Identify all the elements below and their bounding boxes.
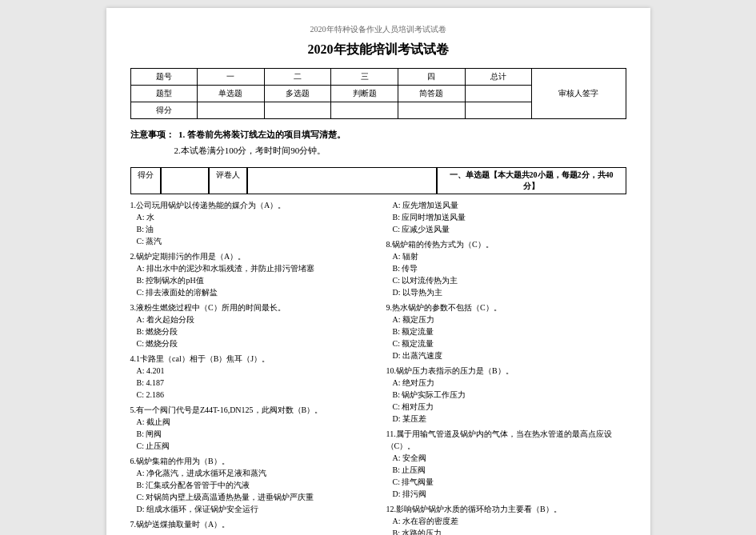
question-9: 9.热水锅炉的参数不包括（C）。 A: 额定压力 B: 额定流量 C: 额定流量… <box>386 301 626 361</box>
left-column: 1.公司玩用锅炉以传递热能的媒介为（A）。 A: 水 B: 油 C: 蒸汽 2.… <box>130 199 370 535</box>
questions-area: 1.公司玩用锅炉以传递热能的媒介为（A）。 A: 水 B: 油 C: 蒸汽 2.… <box>130 199 626 535</box>
doc-header: 2020年特种设备作业人员培训考试试卷 <box>130 24 626 35</box>
score-label: 得分 <box>130 167 161 194</box>
doc-header-title: 2020年特种设备作业人员培训考试试卷 <box>310 25 446 34</box>
notice-section: 注意事项： 1. 答卷前先将装订线左边的项目填写清楚。 2.本试卷满分100分，… <box>130 127 626 159</box>
question-7-right: A: 应先增加送风量 B: 应同时增加送风量 C: 应减少送风量 <box>386 199 626 235</box>
question-8: 8.锅炉箱的传热方式为（C）。 A: 辐射 B: 传导 C: 以对流传热为主 D… <box>386 238 626 298</box>
reviewer-value <box>247 167 437 194</box>
question-12: 12.影响锅炉锅炉水质的循环给功力主要看（B）。 A: 水在容的密度差 B: 水… <box>386 503 626 535</box>
right-column: A: 应先增加送风量 B: 应同时增加送风量 C: 应减少送风量 8.锅炉箱的传… <box>386 199 626 535</box>
section-header: 一、单选题【本大题共20小题，每题2分，共40分】 <box>437 167 626 194</box>
table-row: 题号 一 二 三 四 总计 审核人签字 <box>130 69 626 86</box>
question-1: 1.公司玩用锅炉以传递热能的媒介为（A）。 A: 水 B: 油 C: 蒸汽 <box>130 199 370 247</box>
question-2: 2.锅炉定期排污的作用是（A）。 A: 排出水中的泥沙和水垢残渣，并防止排污管堵… <box>130 250 370 298</box>
question-5: 5.有一个阀门代号是Z44T-16,DN125，此阀对数（B）。 A: 截止阀 … <box>130 404 370 452</box>
page-wrapper: 2020年特种设备作业人员培训考试试卷 2020年技能培训考试试卷 题号 一 二… <box>106 8 650 535</box>
question-4: 4.1卡路里（cal）相于（B）焦耳（J）。 A: 4.201 B: 4.187… <box>130 353 370 401</box>
reviewer-label: 评卷人 <box>209 167 247 194</box>
question-3: 3.液粉生燃烧过程中（C）所用的时间最长。 A: 着火起始分段 B: 燃烧分段 … <box>130 301 370 349</box>
score-value <box>161 167 209 194</box>
question-10: 10.锅炉压力表指示的压力是（B）。 A: 绝对压力 B: 锅炉实际工作压力 C… <box>386 365 626 425</box>
question-7: 7.锅炉送煤抽取量时（A）。 <box>130 518 370 530</box>
question-11: 11.属于用输气管道及锅炉内的气体，当在热水管道的最高点应设（C）。 A: 安全… <box>386 428 626 500</box>
score-table: 题号 一 二 三 四 总计 审核人签字 题型 单选题 多选题 判断题 简答题 得… <box>130 68 626 119</box>
score-info-row: 得分 评卷人 一、单选题【本大题共20小题，每题2分，共40分】 <box>130 167 626 194</box>
question-6: 6.锅炉集箱的作用为（B）。 A: 净化蒸汽，进成水循环足液和蒸汽 B: 汇集或… <box>130 455 370 515</box>
doc-title: 2020年技能培训考试试卷 <box>130 42 626 58</box>
